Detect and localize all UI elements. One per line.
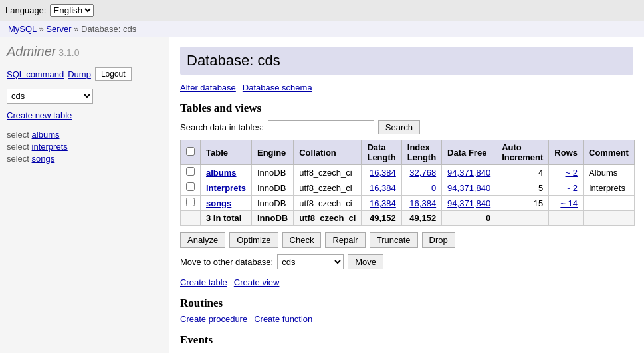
row-collation: utf8_czech_ci <box>294 180 362 196</box>
breadcrumb-mysql[interactable]: MySQL <box>8 24 37 34</box>
row-data-length: 16,384 <box>362 180 401 196</box>
repair-button[interactable]: Repair <box>325 232 365 248</box>
row-select-checkbox[interactable] <box>186 198 195 206</box>
row-rows: ~ 2 <box>549 180 584 196</box>
table-header-row: Table Engine Collation DataLength IndexL… <box>181 140 635 165</box>
th-table: Table <box>201 140 252 165</box>
database-schema-link[interactable]: Database schema <box>243 83 312 92</box>
songs-table-link[interactable]: songs <box>32 154 55 164</box>
sidebar-table-links: select albums select interprets select s… <box>7 130 162 164</box>
truncate-button[interactable]: Truncate <box>370 232 418 248</box>
create-function-link[interactable]: Create function <box>254 314 312 324</box>
sidebar-title: Adminer 3.1.0 <box>7 44 162 59</box>
breadcrumb-db: Database: cds <box>81 24 136 34</box>
create-view-link[interactable]: Create view <box>234 277 280 287</box>
total-label: 3 in total <box>201 211 252 226</box>
breadcrumb-sep1: » <box>37 24 46 34</box>
total-row: 3 in total InnoDB utf8_czech_ci 49,152 4… <box>181 211 635 226</box>
create-procedure-link[interactable]: Create procedure <box>180 314 247 324</box>
routine-links: Create procedure Create function <box>180 314 633 324</box>
alter-database-link[interactable]: Alter database <box>180 83 236 92</box>
row-index-length: 16,384 <box>401 196 441 211</box>
row-engine: InnoDB <box>251 165 293 180</box>
language-select[interactable]: English <box>50 4 94 17</box>
row-select-checkbox[interactable] <box>186 167 195 176</box>
interprets-table-link[interactable]: interprets <box>32 142 68 152</box>
row-table-name: songs <box>201 196 252 211</box>
move-db-select[interactable]: cds <box>277 254 344 269</box>
row-index-length: 32,768 <box>401 165 441 180</box>
sql-command-link[interactable]: SQL command <box>7 69 64 79</box>
breadcrumb-sep2: » <box>72 24 81 34</box>
tables-section-title: Tables and views <box>180 102 633 115</box>
row-data-free: 94,371,840 <box>442 180 496 196</box>
create-new-table-link[interactable]: Create new table <box>7 110 72 120</box>
th-comment: Comment <box>584 140 635 165</box>
row-checkbox <box>181 165 201 180</box>
action-links: Alter database Database schema <box>180 83 633 92</box>
list-item: select songs <box>7 154 162 164</box>
routines-section-title: Routines <box>180 297 633 310</box>
table-row: interprets InnoDB utf8_czech_ci 16,384 0… <box>181 180 635 196</box>
th-auto-increment: AutoIncrement <box>496 140 549 165</box>
drop-button[interactable]: Drop <box>422 232 455 248</box>
row-engine: InnoDB <box>251 196 293 211</box>
row-select-checkbox[interactable] <box>186 182 195 191</box>
top-bar: Language: English <box>0 0 644 21</box>
search-input[interactable] <box>268 120 374 134</box>
logout-button[interactable]: Logout <box>95 67 132 81</box>
th-rows: Rows <box>549 140 584 165</box>
row-rows: ~ 2 <box>549 165 584 180</box>
row-checkbox <box>181 180 201 196</box>
sidebar: Adminer 3.1.0 SQL command Dump Logout cd… <box>0 37 169 353</box>
row-data-length: 16,384 <box>362 196 401 211</box>
th-data-length: DataLength <box>362 140 401 165</box>
optimize-button[interactable]: Optimize <box>229 232 278 248</box>
table-link[interactable]: interprets <box>206 183 246 193</box>
dump-link[interactable]: Dump <box>68 69 91 79</box>
row-auto-increment: 15 <box>496 196 549 211</box>
move-label: Move to other database: <box>180 257 273 267</box>
table-row: albums InnoDB utf8_czech_ci 16,384 32,76… <box>181 165 635 180</box>
row-table-name: interprets <box>201 180 252 196</box>
table-action-buttons: AnalyzeOptimizeCheckRepairTruncateDrop <box>180 232 633 248</box>
analyze-button[interactable]: Analyze <box>180 232 225 248</box>
page-title: Database: cds <box>180 47 633 75</box>
db-select[interactable]: cds <box>7 89 93 104</box>
th-data-free: Data Free <box>442 140 496 165</box>
th-index-length: IndexLength <box>401 140 441 165</box>
th-engine: Engine <box>251 140 293 165</box>
row-index-length: 0 <box>401 180 441 196</box>
table-link[interactable]: albums <box>206 168 237 178</box>
select-all-checkbox[interactable] <box>186 147 195 156</box>
sidebar-links: SQL command Dump Logout <box>7 67 162 81</box>
row-comment <box>584 196 635 211</box>
check-button[interactable]: Check <box>282 232 322 248</box>
row-data-free: 94,371,840 <box>442 165 496 180</box>
row-checkbox <box>181 196 201 211</box>
search-row: Search data in tables: Search <box>180 120 633 134</box>
main-content: Database: cds Alter database Database sc… <box>169 37 644 353</box>
row-engine: InnoDB <box>251 180 293 196</box>
move-row: Move to other database: cds Move <box>180 254 633 269</box>
table-link[interactable]: songs <box>206 198 231 208</box>
checkbox-header <box>181 140 201 165</box>
breadcrumb: MySQL » Server » Database: cds <box>0 21 644 37</box>
row-table-name: albums <box>201 165 252 180</box>
layout: Adminer 3.1.0 SQL command Dump Logout cd… <box>0 37 644 353</box>
row-rows: ~ 14 <box>549 196 584 211</box>
row-auto-increment: 4 <box>496 165 549 180</box>
search-label: Search data in tables: <box>180 122 264 132</box>
sidebar-create-link: Create new table <box>7 110 162 120</box>
tables-table: Table Engine Collation DataLength IndexL… <box>180 140 635 226</box>
move-button[interactable]: Move <box>348 254 383 269</box>
row-collation: utf8_czech_ci <box>294 196 362 211</box>
create-table-link[interactable]: Create table <box>180 277 227 287</box>
th-collation: Collation <box>294 140 362 165</box>
search-button[interactable]: Search <box>378 120 420 134</box>
breadcrumb-server[interactable]: Server <box>46 24 71 34</box>
albums-table-link[interactable]: albums <box>32 130 60 140</box>
row-data-free: 94,371,840 <box>442 196 496 211</box>
row-data-length: 16,384 <box>362 165 401 180</box>
language-label: Language: <box>5 5 46 15</box>
